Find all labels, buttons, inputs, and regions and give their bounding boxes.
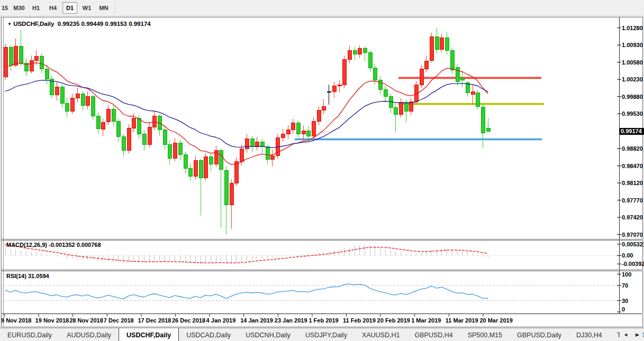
candle [209,156,213,164]
candle [106,109,110,122]
candle [255,142,259,146]
chart-title: ▼ USDCHF,Daily 0.99235 0.99449 0.99153 0… [7,21,151,27]
candle [420,69,423,85]
macd-tick-label: 0.00 [622,252,633,259]
candle [91,97,95,116]
price-tick-label: 0.97770 [622,197,643,204]
price-tick-label: 0.98120 [622,180,643,186]
candle [173,143,177,159]
candle [96,116,100,129]
candle [476,93,479,106]
chart-symbol-label: USDCHF,Daily [13,21,54,27]
candle [101,122,105,129]
chart-tab-xauusd[interactable]: XAUUSD,H1 [355,328,407,341]
chart-canvas[interactable] [0,0,644,341]
macd-tick-label: 0.005321 [622,241,644,247]
price-tick-label: 0.97070 [622,232,643,238]
candle [55,87,59,95]
price-tick-label: 1.00930 [622,42,643,48]
candle [399,103,403,114]
candle [266,146,269,159]
candle [384,90,387,97]
rsi-line [5,284,488,299]
candlesticks [4,28,490,234]
candle [348,50,351,59]
chart-tab-eurusd[interactable]: EURUSD,Daily [0,328,59,341]
date-label: 9 Nov 2018 [1,317,31,324]
candle [338,85,341,86]
candle [34,57,38,60]
chart-tab-usdjpy[interactable]: USDJPY,Daily [298,328,355,341]
candle [70,98,74,112]
chart-tab-audusd[interactable]: AUDUSD,Daily [59,328,119,341]
price-tick-label: 0.97420 [622,214,643,220]
candle [481,107,485,133]
rsi-current-value: 31.0594 [28,273,49,279]
chart-tab-usdchf[interactable]: USDCHF,Daily [119,328,179,341]
chart-tab-dj30[interactable]: DJ30,H4 [569,328,610,341]
candle [486,128,490,132]
rsi-tick-label: 30 [622,298,628,304]
date-label: 19 Nov 2018 [35,317,69,324]
candle [148,127,151,144]
candle [86,97,89,106]
candle [132,118,135,128]
chart-tab-usdcad[interactable]: USDCAD,Daily [179,328,238,341]
candle [234,161,238,183]
date-label: 1 Mar 2019 [411,317,441,324]
candle [353,50,357,54]
price-tick-label: 0.98470 [622,163,643,169]
date-label: 4 Jan 2019 [206,317,236,324]
candle [199,160,203,178]
candle [456,67,459,82]
candle [394,107,397,114]
rsi-tick-label: 100 [622,271,631,278]
date-label: 26 Dec 2018 [172,317,205,324]
macd-current-values: -0.001352 0.000768 [49,242,101,248]
candle [424,61,428,69]
date-label: 17 Dec 2018 [138,317,171,324]
candle [116,121,120,137]
candle [60,87,64,104]
candle [204,156,207,178]
candle [250,139,254,147]
tab-scroll-left-icon[interactable]: ◄ [623,332,628,337]
candle [30,60,33,71]
date-label: 20 Feb 2019 [377,317,410,324]
chart-tab-sp500[interactable]: SP500,M15 [460,328,510,341]
candle [373,68,377,80]
chart-tab-gbpusd[interactable]: GBPUSD,Daily [510,328,569,341]
candle [14,46,17,65]
candle [137,118,141,134]
date-label: 28 Nov 2018 [69,317,103,324]
macd-indicator-label: MACD(12,26,9) -0.001352 0.000768 [6,242,101,248]
candle [378,80,382,90]
candle [363,49,367,52]
chart-tab-usdcnh[interactable]: USDCNH,Daily [238,328,298,341]
candle [163,130,167,145]
rsi-indicator-label: RSI(14) 31.0594 [6,273,49,279]
candle [260,142,264,146]
candle [342,59,346,85]
candle [45,69,49,79]
candle [471,91,475,94]
date-label: 1 Feb 2019 [309,317,338,324]
candle [4,48,7,77]
candle [460,78,464,80]
candle [112,109,115,121]
symbol-dropdown-icon[interactable]: ▼ [7,22,12,26]
candle [368,52,372,68]
rsi-tick-label: 70 [622,282,628,289]
tab-scroll-right-icon[interactable]: ▶ [636,332,639,337]
candle [281,134,285,137]
price-tick-label: 1.00230 [622,76,643,82]
rsi-name: RSI(14) [6,273,26,279]
candle [312,121,315,136]
tab-scroll-buttons: ◄ ▶ [620,328,643,341]
macd-tick-label: -0.003922 [622,261,644,267]
candle [440,38,443,49]
candle [296,123,300,134]
chart-tab-gbpusd[interactable]: GBPUSD,H4 [407,328,460,341]
candle [224,170,228,205]
candle [184,154,187,168]
